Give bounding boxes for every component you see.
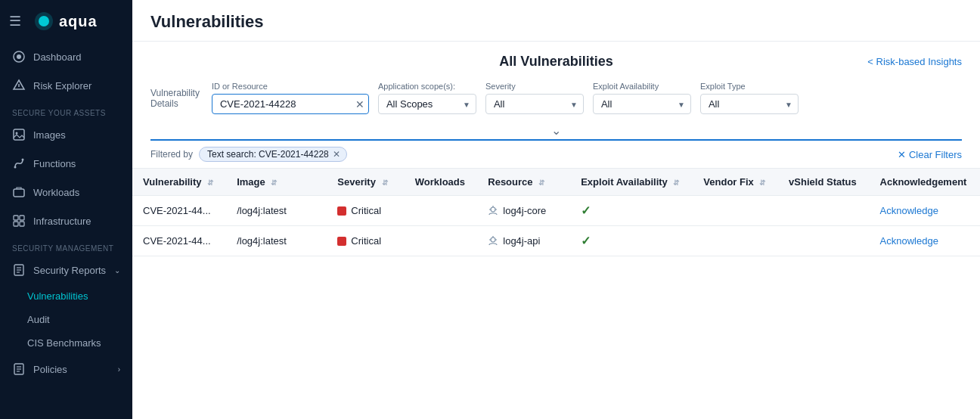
sidebar-item-policies[interactable]: Policies › (0, 355, 132, 383)
svg-point-22 (491, 207, 495, 212)
col-label: Severity (337, 176, 376, 188)
app-scope-select[interactable]: All Scopes (378, 94, 476, 114)
exploit-checkmark: ✓ (581, 204, 591, 217)
svg-point-1 (39, 16, 49, 26)
exploit-type-select-wrapper: All ▼ (700, 94, 799, 114)
dashboard-icon (12, 50, 26, 64)
col-header-vendor-fix[interactable]: Vendor Fix ⇵ (693, 169, 778, 196)
severity-badge: Critical (337, 205, 393, 216)
page-title: Vulnerabilities (150, 12, 962, 32)
sidebar-item-security-reports[interactable]: Security Reports ⌄ (0, 256, 132, 284)
expand-row: ⌄ (150, 119, 962, 141)
severity-select[interactable]: All (485, 94, 584, 114)
image-name: /log4j:latest (237, 205, 287, 216)
exploit-checkmark: ✓ (581, 234, 591, 247)
cell-workloads (405, 226, 478, 256)
page-header: Vulnerabilities (132, 0, 980, 42)
severity-text: Critical (351, 205, 381, 216)
security-reports-icon (12, 263, 26, 277)
logo-text: aqua (59, 13, 98, 30)
sidebar-item-label: Infrastructure (33, 216, 91, 227)
cell-vulnerability: CVE-2021-44... (132, 196, 226, 226)
chip-close-icon[interactable]: ✕ (333, 150, 340, 159)
table-row: CVE-2021-44... /log4j:latest Critical (132, 196, 980, 226)
svg-rect-13 (20, 222, 24, 226)
chevron-right-icon: › (118, 365, 120, 374)
cell-severity: Critical (327, 196, 404, 226)
severity-select-wrapper: All ▼ (485, 94, 584, 114)
secure-assets-label: Secure Your Assets (0, 100, 132, 120)
col-label: vShield Status (789, 176, 857, 188)
expand-filters-button[interactable]: ⌄ (545, 122, 567, 139)
sort-icon-vulnerability: ⇵ (207, 178, 213, 187)
sidebar-header: ☰ aqua (0, 0, 132, 42)
filters-row: VulnerabilityDetails ID or Resource ✕ Ap… (132, 76, 980, 114)
sidebar: ☰ aqua Dashboard Risk Explorer Secure Yo… (0, 0, 132, 419)
col-label: Image (237, 176, 265, 188)
sort-icon-exploit: ⇵ (673, 178, 679, 187)
image-name: /log4j:latest (237, 235, 287, 247)
cell-image: /log4j:latest (226, 196, 327, 226)
cell-vshield (778, 226, 869, 256)
col-label: Vendor Fix (703, 176, 753, 188)
sort-icon-image: ⇵ (271, 178, 277, 187)
security-mgmt-label: Security Management (0, 235, 132, 256)
col-header-resource[interactable]: Resource ⇵ (477, 169, 570, 196)
col-header-exploit-availability[interactable]: Exploit Availability ⇵ (570, 169, 693, 196)
vulnerability-details-label: VulnerabilityDetails (150, 88, 200, 109)
section-header-left: Policies (12, 362, 67, 376)
cell-exploit-availability: ✓ (570, 196, 693, 226)
acknowledge-link[interactable]: Acknowledge (880, 205, 938, 216)
col-header-acknowledgement[interactable]: Acknowledgement (870, 169, 980, 196)
cell-acknowledgement: Acknowledge (870, 196, 980, 226)
sidebar-sub-item-cis-benchmarks[interactable]: CIS Benchmarks (0, 331, 132, 355)
vulnerabilities-section-title: All Vulnerabilities (499, 54, 612, 70)
sidebar-item-dashboard[interactable]: Dashboard (0, 42, 132, 71)
cell-resource: log4j-api (477, 226, 570, 256)
sidebar-item-images[interactable]: Images (0, 120, 132, 149)
clear-icon: ✕ (898, 149, 906, 160)
app-scope-filter: Application scope(s): All Scopes ▼ (378, 82, 476, 114)
id-or-resource-input[interactable] (212, 94, 369, 114)
svg-point-23 (491, 237, 495, 242)
svg-rect-9 (14, 189, 24, 197)
resource-name: log4j-core (503, 205, 546, 216)
sidebar-item-label: Security Reports (33, 265, 106, 276)
id-input-wrapper: ✕ (212, 94, 369, 114)
chip-label: Text search: CVE-2021-44228 (207, 149, 329, 160)
svg-point-8 (22, 159, 24, 161)
svg-rect-12 (14, 222, 18, 226)
svg-rect-10 (14, 216, 18, 220)
col-header-image[interactable]: Image ⇵ (226, 169, 327, 196)
sidebar-item-infrastructure[interactable]: Infrastructure (0, 206, 132, 235)
clear-input-icon[interactable]: ✕ (355, 98, 364, 110)
aqua-logo-icon (33, 11, 54, 32)
col-header-severity[interactable]: Severity ⇵ (327, 169, 404, 196)
sidebar-sub-item-vulnerabilities[interactable]: Vulnerabilities (0, 284, 132, 308)
col-header-vshield[interactable]: vShield Status (778, 169, 869, 196)
sort-icon-resource: ⇵ (538, 178, 544, 187)
acknowledge-link[interactable]: Acknowledge (880, 235, 938, 247)
chevron-down-icon: ⌄ (114, 266, 120, 275)
exploit-avail-select[interactable]: All (593, 94, 691, 114)
clear-filters-button[interactable]: ✕ Clear Filters (898, 149, 962, 160)
hamburger-icon[interactable]: ☰ (9, 13, 21, 29)
sidebar-item-functions[interactable]: Functions (0, 149, 132, 178)
risk-insights-link[interactable]: < Risk-based Insights (867, 56, 962, 67)
sidebar-logo: aqua (33, 11, 98, 32)
svg-point-3 (17, 54, 21, 59)
sort-icon-severity: ⇵ (382, 178, 388, 187)
sidebar-sub-item-audit[interactable]: Audit (0, 308, 132, 331)
exploit-type-select[interactable]: All (700, 94, 799, 114)
resource-icon (488, 236, 498, 247)
sidebar-item-label: Images (33, 129, 66, 141)
content-area: All Vulnerabilities < Risk-based Insight… (132, 42, 980, 419)
vulnerabilities-table: Vulnerability ⇵ Image ⇵ Severity ⇵ Wor (132, 168, 980, 256)
exploit-avail-filter: Exploit Availability All ▼ (593, 82, 691, 114)
sidebar-item-risk-explorer[interactable]: Risk Explorer (0, 71, 132, 100)
col-header-workloads[interactable]: Workloads (405, 169, 478, 196)
clear-label: Clear Filters (909, 149, 962, 160)
col-header-vulnerability[interactable]: Vulnerability ⇵ (132, 169, 226, 196)
sidebar-item-workloads[interactable]: Workloads (0, 178, 132, 206)
sidebar-item-label: Dashboard (33, 51, 82, 63)
